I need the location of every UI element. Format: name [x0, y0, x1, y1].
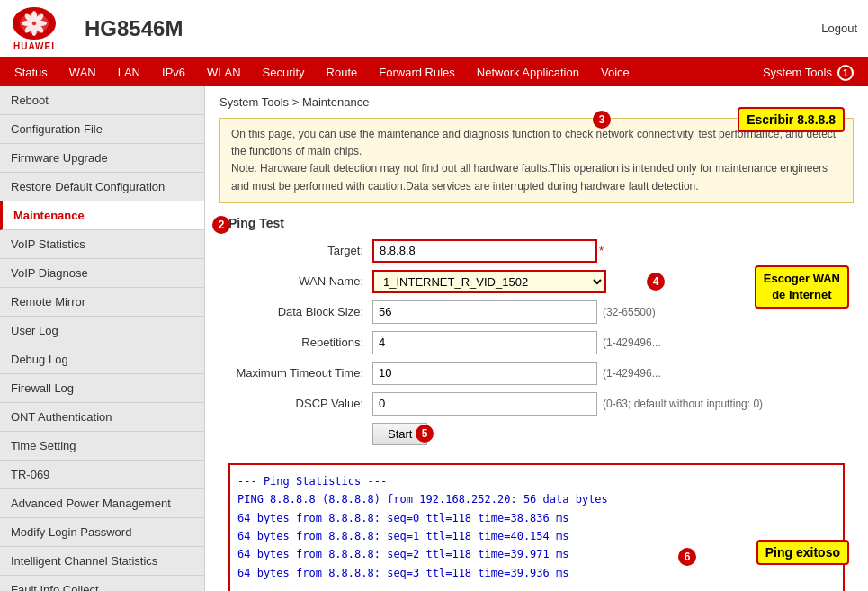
nav-bar: Status WAN LAN IPv6 WLAN Security Route …: [0, 58, 868, 86]
nav-system-tools[interactable]: System Tools 1: [752, 59, 864, 86]
nav-ipv6[interactable]: IPv6: [151, 58, 196, 86]
repetitions-row: Repetitions: (1-429496...: [219, 331, 854, 354]
block-size-label: Data Block Size:: [219, 305, 372, 318]
annotation-circle-3: 3: [593, 111, 611, 129]
sidebar-item-voip-stats[interactable]: VoIP Statistics: [0, 230, 204, 259]
sidebar-item-power-mgmt[interactable]: Advanced Power Management: [0, 489, 204, 518]
ping-test-section: 2 Ping Test Target: * WAN Name: 1_INTERN…: [219, 216, 854, 591]
ping-target-row: Target: *: [219, 239, 854, 263]
annotation-circle-2: 2: [212, 216, 230, 234]
content-area: System Tools > Maintenance 3 Escribir 8.…: [205, 86, 868, 591]
timeout-hint: (1-429496...: [603, 367, 661, 380]
breadcrumb-current: Maintenance: [302, 95, 369, 109]
annotation-circle-5: 5: [416, 425, 434, 443]
target-required-star: *: [599, 244, 604, 257]
sidebar-item-restore[interactable]: Restore Default Configuration: [0, 173, 204, 201]
wan-label: WAN Name:: [219, 274, 372, 288]
dscp-row: DSCP Value: (0-63; default without input…: [219, 392, 854, 416]
nav-lan[interactable]: LAN: [107, 58, 151, 86]
target-label: Target:: [219, 244, 372, 257]
annotation-ping-exitoso: Ping exitoso: [756, 540, 849, 565]
sidebar-item-maintenance[interactable]: Maintenance: [0, 201, 204, 230]
nav-network-application[interactable]: Network Application: [466, 58, 590, 86]
ping-output: --- Ping Statistics --- PING 8.8.8.8 (8.…: [228, 463, 845, 591]
dscp-hint: (0-63; default without inputting: 0): [603, 398, 763, 410]
annotation-escribir: Escribir 8.8.8.8: [738, 107, 845, 132]
dscp-label: DSCP Value:: [219, 397, 372, 410]
wan-name-row: WAN Name: 1_INTERNET_R_VID_1502 1_TR069_…: [219, 270, 854, 293]
sidebar-item-tr069[interactable]: TR-069: [0, 461, 204, 489]
annotation-wan: Escoger WANde Internet: [755, 265, 849, 309]
nav-forward-rules[interactable]: Forward Rules: [368, 58, 466, 86]
sidebar-item-firmware[interactable]: Firmware Upgrade: [0, 144, 204, 173]
sidebar-item-channel-stats[interactable]: Intelligent Channel Statistics: [0, 547, 204, 576]
timeout-row: Maximum Timeout Time: (1-429496...: [219, 362, 854, 385]
logo-area: HUAWEI: [11, 5, 58, 51]
main-layout: Reboot Configuration File Firmware Upgra…: [0, 86, 868, 591]
logout-button[interactable]: Logout: [821, 22, 857, 35]
ping-test-title: Ping Test: [228, 216, 854, 230]
product-title: HG8546M: [85, 16, 821, 41]
breadcrumb-separator: >: [292, 95, 302, 109]
nav-security[interactable]: Security: [252, 58, 316, 86]
dscp-input[interactable]: [372, 392, 597, 416]
wan-select[interactable]: 1_INTERNET_R_VID_1502 1_TR069_R_VID_1503…: [372, 270, 606, 293]
sidebar-item-fault-info[interactable]: Fault Info Collect: [0, 576, 204, 591]
sidebar-item-modify-password[interactable]: Modify Login Password: [0, 518, 204, 547]
sidebar-item-user-log[interactable]: User Log: [0, 317, 204, 345]
nav-badge: 1: [837, 65, 854, 81]
breadcrumb-parent: System Tools: [219, 95, 289, 109]
block-size-hint: (32-65500): [603, 306, 656, 318]
start-button-row: Start 5: [219, 423, 854, 454]
nav-status[interactable]: Status: [4, 58, 58, 86]
info-text-2: Note: Hardware fault detection may not f…: [231, 162, 828, 192]
sidebar-item-debug-log[interactable]: Debug Log: [0, 345, 204, 374]
repetitions-hint: (1-429496...: [603, 336, 661, 349]
header: HUAWEI HG8546M Logout: [0, 0, 868, 58]
huawei-logo: [11, 5, 58, 41]
sidebar-item-reboot[interactable]: Reboot: [0, 86, 204, 115]
sidebar-item-remote-mirror[interactable]: Remote Mirror: [0, 288, 204, 317]
annotation-circle-6: 6: [678, 548, 696, 566]
target-input[interactable]: [372, 239, 597, 263]
brand-label: HUAWEI: [13, 41, 55, 51]
repetitions-label: Repetitions:: [219, 336, 372, 349]
system-tools-label: System Tools: [763, 66, 832, 79]
annotation-circle-4: 4: [647, 273, 665, 291]
sidebar-item-ont-auth[interactable]: ONT Authentication: [0, 403, 204, 432]
ping-output-wrapper: ← 6 Ping exitoso --- Ping Statistics ---…: [219, 463, 854, 591]
nav-voice[interactable]: Voice: [590, 58, 640, 86]
nav-end: System Tools 1: [752, 59, 864, 86]
nav-wlan[interactable]: WLAN: [196, 58, 252, 86]
timeout-input[interactable]: [372, 362, 597, 385]
sidebar-item-config-file[interactable]: Configuration File: [0, 115, 204, 144]
sidebar-item-firewall-log[interactable]: Firewall Log: [0, 374, 204, 403]
sidebar-item-voip-diagnose[interactable]: VoIP Diagnose: [0, 259, 204, 288]
block-size-input[interactable]: [372, 300, 597, 324]
nav-wan[interactable]: WAN: [58, 58, 107, 86]
nav-route[interactable]: Route: [316, 58, 369, 86]
sidebar-item-time-setting[interactable]: Time Setting: [0, 432, 204, 461]
repetitions-input[interactable]: [372, 331, 597, 354]
timeout-label: Maximum Timeout Time:: [219, 366, 372, 380]
sidebar: Reboot Configuration File Firmware Upgra…: [0, 86, 205, 591]
